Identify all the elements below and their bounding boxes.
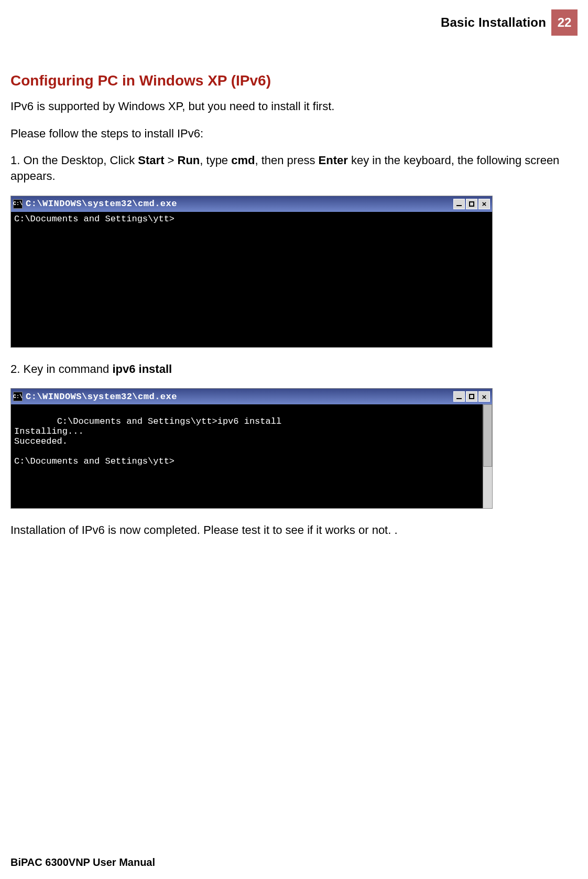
close-icon: × xyxy=(478,391,490,402)
step-1-text: 1. On the Desktop, Click Start > Run, ty… xyxy=(10,153,578,184)
cmd2-body: C:\Documents and Settings\ytt>ipv6 insta… xyxy=(11,404,492,508)
cmd-window-1: C:\ C:\WINDOWS\system32\cmd.exe × C:\Doc… xyxy=(10,196,493,348)
step1-start-bold: Start xyxy=(138,154,164,167)
step2-prefix: 2. Key in command xyxy=(10,362,112,376)
cmd2-scrollbar xyxy=(483,404,492,508)
chapter-title: Basic Installation xyxy=(441,9,546,36)
step1-gt: > xyxy=(164,154,177,167)
step1-mid2: , then press xyxy=(255,154,318,167)
cmd2-scrollbar-thumb xyxy=(483,404,492,467)
step1-enter-bold: Enter xyxy=(319,154,348,167)
minimize-icon xyxy=(453,391,465,402)
cmd1-titlebar: C:\ C:\WINDOWS\system32\cmd.exe × xyxy=(11,196,492,212)
section-heading: Configuring PC in Windows XP (IPv6) xyxy=(10,72,578,89)
cmd-sysmenu-icon: C:\ xyxy=(13,199,23,209)
maximize-icon xyxy=(466,391,477,402)
cmd-sysmenu-icon: C:\ xyxy=(13,392,23,401)
cmd2-titlebar: C:\ C:\WINDOWS\system32\cmd.exe × xyxy=(11,389,492,404)
intro-paragraph-2: Please follow the steps to install IPv6: xyxy=(10,126,578,142)
cmd2-body-text: C:\Documents and Settings\ytt>ipv6 insta… xyxy=(14,416,281,466)
closing-paragraph: Installation of IPv6 is now completed. P… xyxy=(10,522,578,538)
intro-paragraph-1: IPv6 is supported by Windows XP, but you… xyxy=(10,99,578,114)
step2-cmd-bold: ipv6 install xyxy=(112,362,172,376)
cmd1-window-buttons: × xyxy=(453,199,490,209)
step1-run-bold: Run xyxy=(178,154,200,167)
cmd-window-2: C:\ C:\WINDOWS\system32\cmd.exe × C:\Doc… xyxy=(10,388,493,509)
cmd1-body: C:\Documents and Settings\ytt> xyxy=(11,212,492,347)
cmd2-window-buttons: × xyxy=(453,391,490,402)
minimize-icon xyxy=(453,199,465,209)
step1-prefix: 1. On the Desktop, Click xyxy=(10,154,138,167)
step1-mid: , type xyxy=(200,154,231,167)
cmd1-title-text: C:\WINDOWS\system32\cmd.exe xyxy=(26,199,453,209)
step-2-text: 2. Key in command ipv6 install xyxy=(10,361,578,377)
page-number-badge: 22 xyxy=(551,9,578,36)
maximize-icon xyxy=(466,199,477,209)
close-icon: × xyxy=(478,199,490,209)
cmd2-title-text: C:\WINDOWS\system32\cmd.exe xyxy=(26,392,453,402)
page-header: Basic Installation 22 xyxy=(10,0,578,36)
footer-manual-name: BiPAC 6300VNP User Manual xyxy=(10,856,155,869)
step1-cmd-bold: cmd xyxy=(231,154,255,167)
